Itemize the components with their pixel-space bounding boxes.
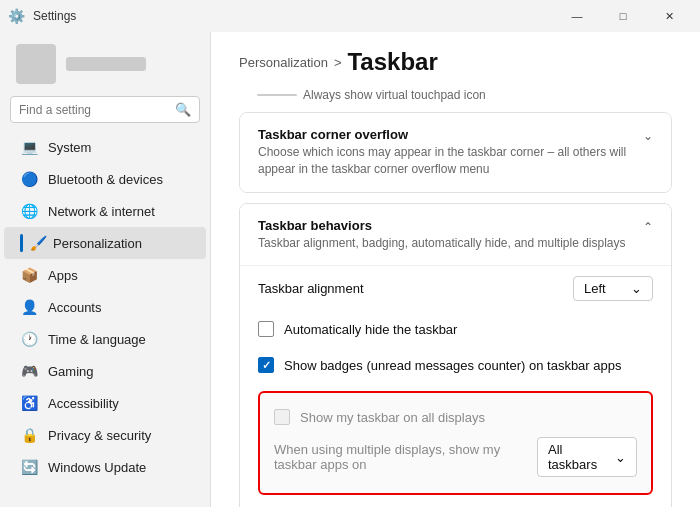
overflow-subtitle: Choose which icons may appear in the tas…	[258, 144, 643, 178]
breadcrumb-current: Taskbar	[347, 48, 437, 76]
scroll-hint-line	[257, 94, 297, 96]
sidebar-item-system[interactable]: 💻 System	[4, 131, 206, 163]
active-indicator	[20, 234, 23, 252]
all-displays-checkbox-wrap: Show my taskbar on all displays	[274, 409, 485, 425]
all-displays-row: Show my taskbar on all displays	[274, 403, 637, 431]
sidebar: 🔍 💻 System 🔵 Bluetooth & devices 🌐 Netwo…	[0, 32, 210, 507]
update-icon: 🔄	[20, 458, 38, 476]
sidebar-item-network[interactable]: 🌐 Network & internet	[4, 195, 206, 227]
breadcrumb: Personalization > Taskbar	[239, 48, 672, 76]
autohide-checkbox[interactable]	[258, 321, 274, 337]
breadcrumb-parent[interactable]: Personalization	[239, 55, 328, 70]
badges-label: Show badges (unread messages counter) on…	[284, 358, 621, 373]
window-title: Settings	[33, 9, 76, 23]
sidebar-item-bluetooth[interactable]: 🔵 Bluetooth & devices	[4, 163, 206, 195]
badges-checkbox-wrap: Show badges (unread messages counter) on…	[258, 357, 621, 373]
all-displays-checkbox[interactable]	[274, 409, 290, 425]
behaviors-header-text: Taskbar behaviors Taskbar alignment, bad…	[258, 218, 626, 252]
behaviors-chevron-icon: ⌃	[643, 220, 653, 234]
autohide-label: Automatically hide the taskbar	[284, 322, 457, 337]
sidebar-item-label: Accessibility	[48, 396, 119, 411]
overflow-section: Taskbar corner overflow Choose which ico…	[239, 112, 672, 193]
scroll-hint: Always show virtual touchpad icon	[239, 80, 672, 102]
behaviors-title: Taskbar behaviors	[258, 218, 626, 233]
apps-icon: 📦	[20, 266, 38, 284]
sidebar-item-apps[interactable]: 📦 Apps	[4, 259, 206, 291]
share-window-row: Share any window from my taskbar	[258, 503, 653, 507]
autohide-checkbox-wrap: Automatically hide the taskbar	[258, 321, 457, 337]
behaviors-subtitle: Taskbar alignment, badging, automaticall…	[258, 235, 626, 252]
multiple-displays-row: When using multiple displays, show my ta…	[274, 431, 637, 483]
sidebar-item-privacy[interactable]: 🔒 Privacy & security	[4, 419, 206, 451]
sidebar-item-label: Privacy & security	[48, 428, 151, 443]
badges-row: Show badges (unread messages counter) on…	[258, 347, 653, 383]
alignment-row: Taskbar alignment Left ⌄	[258, 266, 653, 311]
alignment-value: Left	[584, 281, 606, 296]
personalization-icon: 🖌️	[29, 234, 47, 252]
content-area: 🔍 💻 System 🔵 Bluetooth & devices 🌐 Netwo…	[0, 32, 700, 507]
behaviors-section: Taskbar behaviors Taskbar alignment, bad…	[239, 203, 672, 507]
sidebar-item-personalization[interactable]: 🖌️ Personalization	[4, 227, 206, 259]
close-button[interactable]: ✕	[646, 0, 692, 32]
multiple-displays-label: When using multiple displays, show my ta…	[274, 442, 537, 472]
titlebar-controls: ― □ ✕	[554, 0, 692, 32]
highlight-section: Show my taskbar on all displays When usi…	[258, 391, 653, 495]
autohide-row: Automatically hide the taskbar	[258, 311, 653, 347]
multiple-displays-value: All taskbars	[548, 442, 609, 472]
main-inner: Personalization > Taskbar Always show vi…	[211, 32, 700, 507]
gaming-icon: 🎮	[20, 362, 38, 380]
sidebar-item-label: Network & internet	[48, 204, 155, 219]
sidebar-item-label: Bluetooth & devices	[48, 172, 163, 187]
badges-checkbox[interactable]	[258, 357, 274, 373]
sidebar-item-label: Gaming	[48, 364, 94, 379]
sidebar-item-label: Accounts	[48, 300, 101, 315]
sidebar-item-accounts[interactable]: 👤 Accounts	[4, 291, 206, 323]
titlebar-left: ⚙️ Settings	[8, 8, 76, 24]
sidebar-item-label: Apps	[48, 268, 78, 283]
sidebar-item-gaming[interactable]: 🎮 Gaming	[4, 355, 206, 387]
alignment-dropdown[interactable]: Left ⌄	[573, 276, 653, 301]
privacy-icon: 🔒	[20, 426, 38, 444]
main-content: Personalization > Taskbar Always show vi…	[210, 32, 700, 507]
sidebar-header	[0, 36, 210, 96]
behaviors-section-header[interactable]: Taskbar behaviors Taskbar alignment, bad…	[240, 204, 671, 266]
accounts-icon: 👤	[20, 298, 38, 316]
alignment-label: Taskbar alignment	[258, 281, 364, 296]
avatar	[16, 44, 56, 84]
multiple-displays-dropdown[interactable]: All taskbars ⌄	[537, 437, 637, 477]
breadcrumb-separator: >	[334, 55, 342, 70]
bluetooth-icon: 🔵	[20, 170, 38, 188]
system-icon: 💻	[20, 138, 38, 156]
user-name-placeholder	[66, 57, 146, 71]
overflow-title: Taskbar corner overflow	[258, 127, 643, 142]
search-input[interactable]	[19, 103, 169, 117]
all-displays-label: Show my taskbar on all displays	[300, 410, 485, 425]
accessibility-icon: ♿	[20, 394, 38, 412]
titlebar: ⚙️ Settings ― □ ✕	[0, 0, 700, 32]
minimize-button[interactable]: ―	[554, 0, 600, 32]
settings-window: ⚙️ Settings ― □ ✕ 🔍 💻 S	[0, 0, 700, 507]
alignment-chevron-icon: ⌄	[631, 281, 642, 296]
sidebar-item-label: System	[48, 140, 91, 155]
sidebar-item-update[interactable]: 🔄 Windows Update	[4, 451, 206, 483]
scroll-hint-label: Always show virtual touchpad icon	[303, 88, 486, 102]
sidebar-item-label: Windows Update	[48, 460, 146, 475]
sidebar-item-time[interactable]: 🕐 Time & language	[4, 323, 206, 355]
sidebar-item-label: Personalization	[53, 236, 142, 251]
settings-icon: ⚙️	[8, 8, 25, 24]
overflow-header-text: Taskbar corner overflow Choose which ico…	[258, 127, 643, 178]
sidebar-item-label: Time & language	[48, 332, 146, 347]
search-icon: 🔍	[175, 102, 191, 117]
sidebar-item-accessibility[interactable]: ♿ Accessibility	[4, 387, 206, 419]
maximize-button[interactable]: □	[600, 0, 646, 32]
multiple-displays-chevron-icon: ⌄	[615, 450, 626, 465]
search-box[interactable]: 🔍	[10, 96, 200, 123]
overflow-chevron-icon: ⌄	[643, 129, 653, 143]
overflow-section-header[interactable]: Taskbar corner overflow Choose which ico…	[240, 113, 671, 192]
network-icon: 🌐	[20, 202, 38, 220]
time-icon: 🕐	[20, 330, 38, 348]
behaviors-section-body: Taskbar alignment Left ⌄ Automatically h…	[240, 265, 671, 507]
